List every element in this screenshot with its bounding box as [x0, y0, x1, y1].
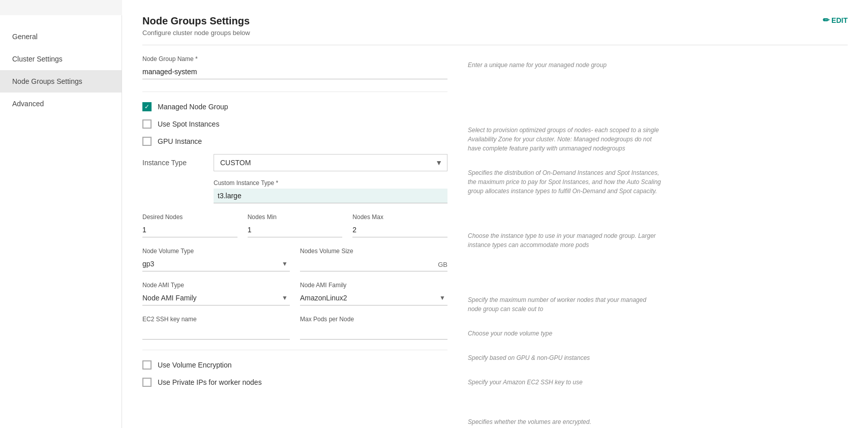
use-spot-instances-label: Use Spot Instances — [158, 120, 219, 128]
node-ami-family-select[interactable]: AmazonLinux2 Ubuntu2004 Bottlerocket — [300, 291, 447, 305]
main-content: Node Groups Settings Configure cluster n… — [122, 0, 868, 428]
checkmark-icon: ✓ — [144, 104, 149, 110]
use-spot-instances-checkbox[interactable] — [142, 119, 152, 129]
help-placeholder-3 — [468, 265, 661, 295]
use-volume-encryption-checkbox[interactable] — [142, 360, 152, 370]
instance-type-label: Instance Type — [142, 159, 203, 167]
use-volume-encryption-label: Use Volume Encryption — [158, 361, 232, 369]
page-title: Node Groups Settings — [142, 15, 250, 27]
sidebar-item-advanced[interactable]: Advanced — [0, 93, 122, 115]
instance-type-select-wrapper: CUSTOM t2.micro t2.small t3.large m5.lar… — [214, 154, 447, 171]
nodes-volume-size-group: Nodes Volume Size GB — [300, 248, 447, 271]
use-private-ips-label: Use Private IPs for worker nodes — [158, 378, 262, 386]
node-ami-type-label: Node AMI Type — [142, 282, 290, 289]
help-spot-instances: Specifies the distribution of On-Demand … — [468, 168, 661, 196]
node-group-name-input[interactable] — [142, 65, 447, 79]
managed-node-group-row: ✓ Managed Node Group — [142, 102, 447, 111]
desired-nodes-group: Desired Nodes — [142, 213, 237, 237]
nodes-row: Desired Nodes Nodes Min Nodes Max — [142, 213, 447, 237]
nodes-min-label: Nodes Min — [248, 213, 343, 221]
use-private-ips-checkbox[interactable] — [142, 378, 152, 387]
max-pods-input[interactable] — [300, 325, 447, 340]
use-private-ips-row: Use Private IPs for worker nodes — [142, 378, 447, 387]
ec2-ssh-label: EC2 SSH key name — [142, 316, 290, 323]
node-volume-type-select[interactable]: gp3 gp2 io1 st1 sc1 — [142, 257, 290, 271]
gb-label: GB — [438, 261, 447, 268]
node-ami-family-label: Node AMI Family — [300, 282, 447, 289]
sidebar-item-general[interactable]: General — [0, 25, 122, 48]
node-ami-family-select-wrapper: AmazonLinux2 Ubuntu2004 Bottlerocket ▼ — [300, 291, 447, 305]
use-spot-instances-row: Use Spot Instances — [142, 119, 447, 129]
max-pods-label: Max Pods per Node — [300, 316, 447, 323]
volume-row: Node Volume Type gp3 gp2 io1 st1 sc1 ▼ — [142, 248, 447, 271]
help-node-group-name: Enter a unique name for your managed nod… — [468, 60, 661, 70]
ami-row: Node AMI Type Node AMI Family AL2_x86_64… — [142, 282, 447, 305]
nodes-max-group: Nodes Max — [352, 213, 447, 237]
sidebar: General Cluster Settings Node Groups Set… — [0, 15, 122, 428]
divider-2 — [142, 350, 447, 350]
header-text-block: Node Groups Settings Configure cluster n… — [142, 15, 250, 37]
nodes-max-input[interactable] — [352, 223, 447, 237]
nodes-volume-size-input[interactable] — [300, 257, 447, 271]
custom-instance-type-group: Custom Instance Type * — [214, 179, 447, 203]
node-ami-type-select-wrapper: Node AMI Family AL2_x86_64 AL2_x86_64_GP… — [142, 291, 290, 305]
node-volume-type-select-wrapper: gp3 gp2 io1 st1 sc1 ▼ — [142, 257, 290, 271]
ec2-ssh-group: EC2 SSH key name — [142, 316, 290, 340]
ssh-row: EC2 SSH key name Max Pods per Node — [142, 316, 447, 340]
page-subtitle: Configure cluster node groups below — [142, 29, 250, 37]
nodes-volume-size-label: Nodes Volume Size — [300, 248, 447, 255]
ec2-ssh-input[interactable] — [142, 325, 290, 340]
sidebar-item-cluster-settings[interactable]: Cluster Settings — [0, 48, 122, 70]
page-header: Node Groups Settings Configure cluster n… — [142, 15, 848, 45]
help-node-volume-type: Choose your node volume type — [468, 329, 661, 338]
nodes-min-input[interactable] — [248, 223, 343, 237]
help-placeholder-4 — [468, 402, 661, 417]
help-volume-encryption: Specifies whether the volumes are encryp… — [468, 417, 661, 426]
node-group-name-group: Node Group Name * — [142, 55, 447, 79]
desired-nodes-input[interactable] — [142, 223, 237, 237]
node-ami-family-group: Node AMI Family AmazonLinux2 Ubuntu2004 … — [300, 282, 447, 305]
node-volume-type-group: Node Volume Type gp3 gp2 io1 st1 sc1 ▼ — [142, 248, 290, 271]
instance-type-row: Instance Type CUSTOM t2.micro t2.small t… — [142, 154, 447, 171]
custom-instance-type-label: Custom Instance Type * — [214, 179, 447, 187]
help-nodes-max: Specify the maximum number of worker nod… — [468, 295, 661, 314]
managed-node-group-checkbox[interactable]: ✓ — [142, 102, 152, 111]
desired-nodes-label: Desired Nodes — [142, 213, 237, 221]
divider-1 — [142, 91, 447, 92]
help-node-ami: Specify based on GPU & non-GPU instances — [468, 353, 661, 362]
help-ec2-ssh: Specify your Amazon EC2 SSH key to use — [468, 378, 661, 387]
form-section: Node Group Name * ✓ Managed Node Group U… — [142, 55, 447, 428]
help-instance-type: Choose the instance type to use in your … — [468, 231, 661, 250]
gpu-instance-checkbox[interactable] — [142, 137, 152, 146]
edit-button[interactable]: ✏ EDIT — [823, 15, 848, 25]
gpu-instance-label: GPU Instance — [158, 137, 202, 145]
instance-type-select[interactable]: CUSTOM t2.micro t2.small t3.large m5.lar… — [214, 154, 447, 171]
node-ami-type-group: Node AMI Type Node AMI Family AL2_x86_64… — [142, 282, 290, 305]
sidebar-item-node-groups-settings[interactable]: Node Groups Settings — [0, 70, 122, 93]
node-volume-type-label: Node Volume Type — [142, 248, 290, 255]
gpu-instance-row: GPU Instance — [142, 137, 447, 146]
edit-icon: ✏ — [823, 15, 829, 25]
help-placeholder-2 — [468, 211, 661, 231]
help-placeholder-1 — [468, 85, 661, 126]
content-area: Node Group Name * ✓ Managed Node Group U… — [142, 55, 848, 428]
nodes-max-label: Nodes Max — [352, 213, 447, 221]
max-pods-group: Max Pods per Node — [300, 316, 447, 340]
node-ami-type-select[interactable]: Node AMI Family AL2_x86_64 AL2_x86_64_GP… — [142, 291, 290, 305]
use-volume-encryption-row: Use Volume Encryption — [142, 360, 447, 370]
nodes-min-group: Nodes Min — [248, 213, 343, 237]
node-group-name-label: Node Group Name * — [142, 55, 447, 63]
app-layout: General Cluster Settings Node Groups Set… — [0, 0, 868, 428]
custom-instance-type-input[interactable] — [214, 189, 447, 203]
help-managed-node-group: Select to provision optimized groups of … — [468, 126, 661, 153]
managed-node-group-label: Managed Node Group — [158, 103, 228, 111]
help-section: Enter a unique name for your managed nod… — [468, 55, 661, 428]
